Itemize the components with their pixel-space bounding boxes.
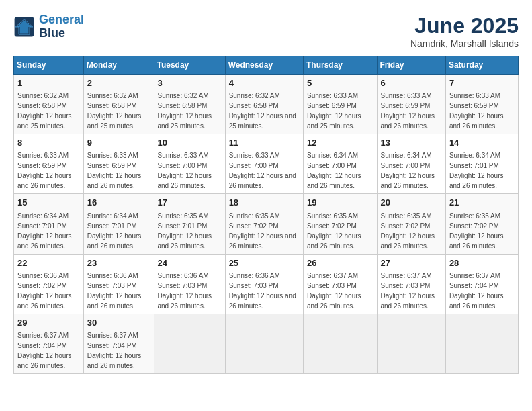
calendar-day-cell	[154, 314, 225, 373]
day-number: 12	[307, 137, 373, 149]
col-tuesday: Tuesday	[154, 56, 225, 75]
day-info: Sunrise: 6:33 AM Sunset: 6:59 PM Dayligh…	[449, 91, 515, 131]
calendar-week-row: 29 Sunrise: 6:37 AM Sunset: 7:04 PM Dayl…	[14, 314, 519, 373]
calendar-day-cell: 20 Sunrise: 6:35 AM Sunset: 7:02 PM Dayl…	[377, 194, 445, 254]
day-info: Sunrise: 6:37 AM Sunset: 7:03 PM Dayligh…	[307, 271, 373, 311]
calendar-day-cell: 7 Sunrise: 6:33 AM Sunset: 6:59 PM Dayli…	[445, 75, 518, 134]
day-info: Sunrise: 6:33 AM Sunset: 6:59 PM Dayligh…	[381, 91, 442, 131]
day-number: 17	[158, 197, 222, 209]
day-number: 16	[87, 197, 150, 209]
day-number: 10	[158, 137, 222, 149]
logo: General Blue	[13, 13, 84, 40]
col-monday: Monday	[83, 56, 154, 75]
day-number: 21	[449, 197, 515, 209]
calendar-body: 1 Sunrise: 6:32 AM Sunset: 6:58 PM Dayli…	[14, 75, 519, 374]
calendar-day-cell: 6 Sunrise: 6:33 AM Sunset: 6:59 PM Dayli…	[377, 75, 445, 134]
day-info: Sunrise: 6:34 AM Sunset: 7:01 PM Dayligh…	[87, 211, 150, 251]
day-info: Sunrise: 6:34 AM Sunset: 7:00 PM Dayligh…	[307, 150, 373, 191]
day-number: 9	[87, 137, 150, 149]
month-title: June 2025	[410, 13, 519, 38]
day-info: Sunrise: 6:36 AM Sunset: 7:02 PM Dayligh…	[17, 271, 80, 311]
day-number: 4	[229, 77, 300, 89]
calendar-day-cell: 23 Sunrise: 6:36 AM Sunset: 7:03 PM Dayl…	[83, 254, 154, 314]
day-number: 11	[229, 137, 300, 149]
day-info: Sunrise: 6:35 AM Sunset: 7:01 PM Dayligh…	[158, 211, 222, 251]
calendar-day-cell: 22 Sunrise: 6:36 AM Sunset: 7:02 PM Dayl…	[14, 254, 84, 314]
day-info: Sunrise: 6:32 AM Sunset: 6:58 PM Dayligh…	[229, 91, 300, 131]
day-info: Sunrise: 6:37 AM Sunset: 7:04 PM Dayligh…	[17, 330, 80, 371]
calendar-day-cell: 15 Sunrise: 6:34 AM Sunset: 7:01 PM Dayl…	[14, 194, 84, 254]
calendar-day-cell: 11 Sunrise: 6:33 AM Sunset: 7:00 PM Dayl…	[225, 134, 303, 194]
day-number: 3	[158, 77, 222, 89]
calendar-day-cell: 17 Sunrise: 6:35 AM Sunset: 7:01 PM Dayl…	[154, 194, 225, 254]
day-info: Sunrise: 6:37 AM Sunset: 7:04 PM Dayligh…	[87, 330, 150, 371]
day-info: Sunrise: 6:34 AM Sunset: 7:01 PM Dayligh…	[449, 150, 515, 191]
day-info: Sunrise: 6:36 AM Sunset: 7:03 PM Dayligh…	[87, 271, 150, 311]
day-number: 19	[307, 197, 373, 209]
calendar-day-cell	[303, 314, 377, 373]
day-number: 2	[87, 77, 150, 89]
calendar-week-row: 1 Sunrise: 6:32 AM Sunset: 6:58 PM Dayli…	[14, 75, 519, 134]
day-info: Sunrise: 6:37 AM Sunset: 7:04 PM Dayligh…	[449, 271, 515, 311]
calendar-day-cell: 29 Sunrise: 6:37 AM Sunset: 7:04 PM Dayl…	[14, 314, 84, 373]
day-info: Sunrise: 6:32 AM Sunset: 6:58 PM Dayligh…	[87, 91, 150, 131]
day-number: 25	[229, 257, 300, 269]
calendar-day-cell: 10 Sunrise: 6:33 AM Sunset: 7:00 PM Dayl…	[154, 134, 225, 194]
day-number: 28	[449, 257, 515, 269]
logo-icon	[13, 16, 35, 38]
calendar-day-cell	[377, 314, 445, 373]
calendar-day-cell: 24 Sunrise: 6:36 AM Sunset: 7:03 PM Dayl…	[154, 254, 225, 314]
day-number: 30	[87, 317, 150, 329]
title-section: June 2025 Namdrik, Marshall Islands	[410, 13, 519, 49]
calendar-header-row: Sunday Monday Tuesday Wednesday Thursday…	[14, 56, 519, 75]
day-number: 23	[87, 257, 150, 269]
day-info: Sunrise: 6:33 AM Sunset: 6:59 PM Dayligh…	[87, 150, 150, 191]
day-number: 24	[158, 257, 222, 269]
day-number: 13	[381, 137, 442, 149]
day-number: 1	[17, 77, 80, 89]
day-info: Sunrise: 6:35 AM Sunset: 7:02 PM Dayligh…	[381, 211, 442, 251]
day-info: Sunrise: 6:32 AM Sunset: 6:58 PM Dayligh…	[17, 91, 80, 131]
calendar-day-cell: 5 Sunrise: 6:33 AM Sunset: 6:59 PM Dayli…	[303, 75, 377, 134]
location-title: Namdrik, Marshall Islands	[410, 38, 519, 49]
day-info: Sunrise: 6:33 AM Sunset: 6:59 PM Dayligh…	[307, 91, 373, 131]
day-info: Sunrise: 6:36 AM Sunset: 7:03 PM Dayligh…	[158, 271, 222, 311]
day-info: Sunrise: 6:37 AM Sunset: 7:03 PM Dayligh…	[381, 271, 442, 311]
calendar-day-cell: 4 Sunrise: 6:32 AM Sunset: 6:58 PM Dayli…	[225, 75, 303, 134]
calendar-day-cell: 25 Sunrise: 6:36 AM Sunset: 7:03 PM Dayl…	[225, 254, 303, 314]
col-friday: Friday	[377, 56, 445, 75]
calendar-day-cell	[445, 314, 518, 373]
calendar-day-cell: 19 Sunrise: 6:35 AM Sunset: 7:02 PM Dayl…	[303, 194, 377, 254]
calendar-day-cell: 14 Sunrise: 6:34 AM Sunset: 7:01 PM Dayl…	[445, 134, 518, 194]
calendar-week-row: 15 Sunrise: 6:34 AM Sunset: 7:01 PM Dayl…	[14, 194, 519, 254]
day-info: Sunrise: 6:35 AM Sunset: 7:02 PM Dayligh…	[229, 211, 300, 251]
calendar-day-cell: 12 Sunrise: 6:34 AM Sunset: 7:00 PM Dayl…	[303, 134, 377, 194]
logo-text: General Blue	[39, 13, 84, 40]
day-number: 22	[17, 257, 80, 269]
col-wednesday: Wednesday	[225, 56, 303, 75]
day-number: 7	[449, 77, 515, 89]
calendar-day-cell: 16 Sunrise: 6:34 AM Sunset: 7:01 PM Dayl…	[83, 194, 154, 254]
calendar-week-row: 22 Sunrise: 6:36 AM Sunset: 7:02 PM Dayl…	[14, 254, 519, 314]
day-number: 6	[381, 77, 442, 89]
day-number: 26	[307, 257, 373, 269]
day-info: Sunrise: 6:36 AM Sunset: 7:03 PM Dayligh…	[229, 271, 300, 311]
day-number: 5	[307, 77, 373, 89]
day-info: Sunrise: 6:35 AM Sunset: 7:02 PM Dayligh…	[307, 211, 373, 251]
col-saturday: Saturday	[445, 56, 518, 75]
calendar-table: Sunday Monday Tuesday Wednesday Thursday…	[13, 56, 519, 374]
day-number: 18	[229, 197, 300, 209]
day-info: Sunrise: 6:34 AM Sunset: 7:00 PM Dayligh…	[381, 150, 442, 191]
calendar-day-cell: 27 Sunrise: 6:37 AM Sunset: 7:03 PM Dayl…	[377, 254, 445, 314]
day-number: 15	[17, 197, 80, 209]
calendar-day-cell: 1 Sunrise: 6:32 AM Sunset: 6:58 PM Dayli…	[14, 75, 84, 134]
day-number: 29	[17, 317, 80, 329]
calendar-week-row: 8 Sunrise: 6:33 AM Sunset: 6:59 PM Dayli…	[14, 134, 519, 194]
calendar-day-cell: 3 Sunrise: 6:32 AM Sunset: 6:58 PM Dayli…	[154, 75, 225, 134]
day-info: Sunrise: 6:34 AM Sunset: 7:01 PM Dayligh…	[17, 211, 80, 251]
day-info: Sunrise: 6:35 AM Sunset: 7:02 PM Dayligh…	[449, 211, 515, 251]
page-header: General Blue June 2025 Namdrik, Marshall…	[13, 13, 519, 49]
calendar-day-cell: 26 Sunrise: 6:37 AM Sunset: 7:03 PM Dayl…	[303, 254, 377, 314]
calendar-day-cell: 9 Sunrise: 6:33 AM Sunset: 6:59 PM Dayli…	[83, 134, 154, 194]
calendar-day-cell: 30 Sunrise: 6:37 AM Sunset: 7:04 PM Dayl…	[83, 314, 154, 373]
